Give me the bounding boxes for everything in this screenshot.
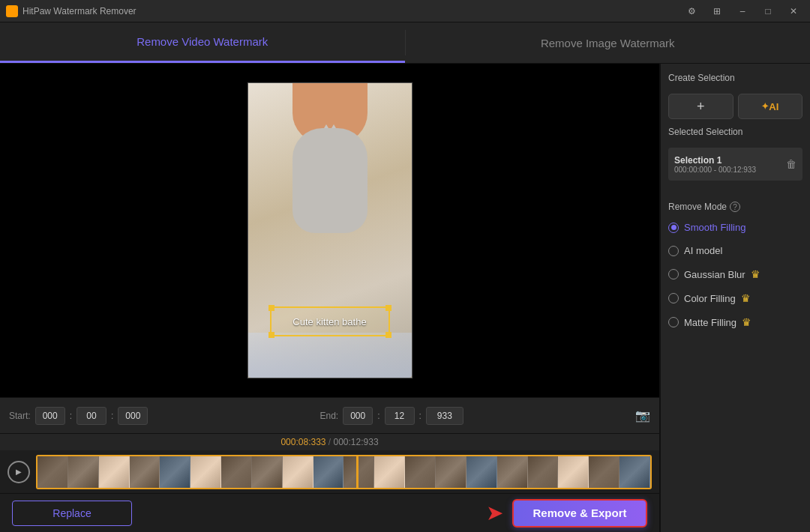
current-time: 000:08:333 [280, 437, 326, 447]
radio-matte [668, 317, 679, 327]
film-frame [466, 456, 497, 488]
start-seconds-input[interactable] [118, 407, 148, 425]
selection-handle-tl[interactable] [268, 305, 274, 311]
settings-button[interactable]: ⚙ [681, 4, 702, 19]
remove-mode-label: Remove Mode ? [668, 202, 802, 212]
film-frame [405, 456, 436, 488]
film-frame [160, 456, 190, 488]
crown-icon-gaussian: ♛ [751, 268, 760, 280]
maximize-button[interactable]: □ [758, 4, 778, 19]
main-layout: Cute kitten bathe Start: : : End: : : 📷 [0, 64, 810, 532]
film-frame [283, 456, 314, 488]
create-selection-row: + ✦ AI [668, 94, 802, 119]
playhead[interactable] [356, 455, 358, 489]
tab-video[interactable]: Remove Video Watermark [0, 22, 405, 63]
bottom-bar: Replace ➤ Remove & Export [0, 493, 659, 532]
app-title: HitPaw Watermark Remover [22, 6, 136, 16]
smooth-filling-label: Smooth Filling [684, 222, 746, 233]
film-frame [528, 456, 559, 488]
mode-color-filling[interactable]: Color Filling ♛ [668, 290, 802, 306]
end-seconds-input[interactable] [426, 407, 464, 425]
mode-smooth-filling[interactable]: Smooth Filling [668, 220, 802, 235]
timeline-area: 000:08:333 / 000:12:933 ▶ [0, 433, 659, 493]
bath-water [248, 333, 412, 378]
selection-time: 000:00:000 - 000:12:933 [674, 166, 756, 174]
ai-star-icon: ✦ [761, 101, 769, 112]
start-minutes-input[interactable] [76, 407, 106, 425]
window-icon-button[interactable]: ⊞ [706, 4, 728, 19]
start-hours-input[interactable] [35, 407, 65, 425]
watermark-text: Cute kitten bathe [292, 316, 366, 327]
color-filling-label: Color Filling [684, 293, 736, 304]
minimize-button[interactable]: – [732, 4, 753, 19]
film-frame [190, 456, 221, 488]
end-hours-input[interactable] [343, 407, 373, 425]
export-area: ➤ Remove & Export [486, 499, 647, 528]
filmstrip[interactable] [36, 455, 652, 489]
tab-image[interactable]: Remove Image Watermark [406, 22, 811, 63]
right-panel: Create Selection + ✦ AI Selected Selecti… [660, 64, 810, 532]
film-frame [38, 456, 68, 488]
mode-ai-model[interactable]: AI model [668, 243, 802, 259]
add-selection-button[interactable]: + [668, 94, 734, 119]
time-display: 000:08:333 / 000:12:933 [0, 434, 659, 450]
arrow-right-icon: ➤ [486, 501, 503, 525]
snap-icon[interactable]: 📷 [635, 408, 650, 423]
film-frame [68, 456, 99, 488]
titlebar-left: HitPaw Watermark Remover [6, 5, 136, 17]
ai-selection-button[interactable]: ✦ AI [738, 94, 803, 119]
remove-export-button[interactable]: Remove & Export [512, 499, 647, 528]
end-minutes-input[interactable] [385, 407, 415, 425]
replace-button[interactable]: Replace [12, 501, 132, 526]
video-container: Cute kitten bathe [248, 82, 412, 378]
delete-selection-button[interactable]: 🗑 [786, 158, 796, 170]
film-frame [344, 456, 374, 488]
help-icon[interactable]: ? [730, 202, 740, 212]
film-frame [589, 456, 620, 488]
film-frame [620, 456, 650, 488]
film-frame [130, 456, 160, 488]
film-frame [558, 456, 589, 488]
watermark-selection[interactable]: Cute kitten bathe [270, 306, 390, 336]
crown-icon-color: ♛ [741, 292, 751, 304]
selection-item[interactable]: Selection 1 000:00:000 - 000:12:933 🗑 [668, 148, 802, 181]
app-logo [6, 5, 18, 17]
radio-smooth [668, 223, 679, 233]
film-frame [252, 456, 283, 488]
video-frame: Cute kitten bathe [248, 83, 412, 378]
crown-icon-matte: ♛ [742, 316, 752, 328]
film-frame [221, 456, 252, 488]
film-frame [497, 456, 528, 488]
selection-name: Selection 1 [674, 155, 756, 166]
play-button[interactable]: ▶ [8, 461, 30, 483]
start-label: Start: [9, 411, 31, 421]
matte-filling-label: Matte Filling [684, 317, 736, 328]
controls-bar: Start: : : End: : : 📷 [0, 397, 659, 433]
film-frame [314, 456, 344, 488]
titlebar-controls: ⚙ ⊞ – □ ✕ [681, 4, 804, 19]
radio-color [668, 293, 679, 303]
timeline-track: ▶ [0, 450, 659, 493]
film-frame [436, 456, 466, 488]
mode-gaussian-blur[interactable]: Gaussian Blur ♛ [668, 266, 802, 282]
mode-matte-filling[interactable]: Matte Filling ♛ [668, 314, 802, 330]
film-frame [99, 456, 130, 488]
selection-handle-tr[interactable] [386, 305, 392, 311]
ai-model-label: AI model [684, 245, 722, 256]
create-selection-label: Create Selection [668, 73, 802, 83]
tabbar: Remove Video Watermark Remove Image Wate… [0, 22, 810, 64]
cat-body [292, 128, 368, 233]
titlebar: HitPaw Watermark Remover ⚙ ⊞ – □ ✕ [0, 0, 810, 22]
total-time: 000:12:933 [334, 437, 379, 447]
selected-selection-label: Selected Selection [668, 127, 802, 137]
radio-ai [668, 246, 679, 256]
film-frame [374, 456, 405, 488]
video-preview: Cute kitten bathe [0, 64, 659, 397]
close-button[interactable]: ✕ [783, 4, 804, 19]
radio-gaussian [668, 269, 679, 279]
end-label: End: [320, 411, 339, 421]
selection-handle-bl[interactable] [268, 332, 274, 338]
selection-handle-br[interactable] [386, 332, 392, 338]
gaussian-blur-label: Gaussian Blur [684, 269, 746, 280]
left-panel: Cute kitten bathe Start: : : End: : : 📷 [0, 64, 660, 532]
